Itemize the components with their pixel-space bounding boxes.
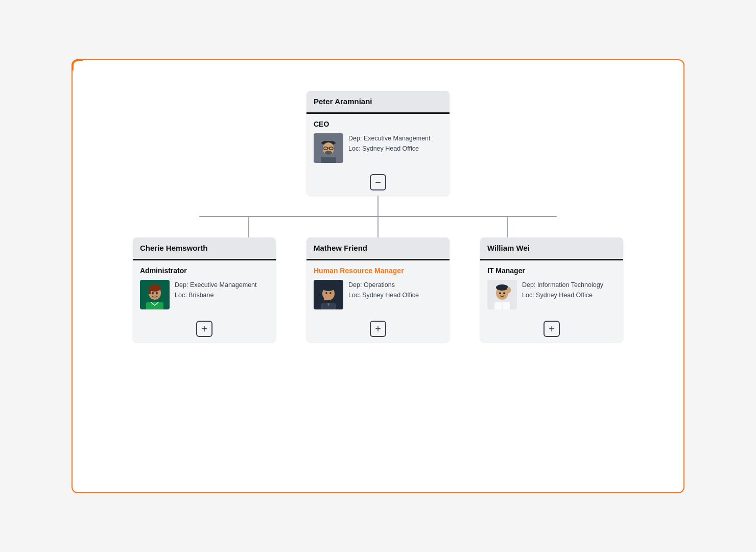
cherie-dep: Dep: Executive Management (175, 280, 257, 290)
william-avatar (487, 280, 517, 309)
mathew-card: Mathew Friend Human Resource Manager (306, 237, 450, 342)
ceo-loc: Loc: Sydney Head Office (348, 143, 431, 154)
svg-point-18 (322, 285, 335, 291)
svg-point-7 (325, 151, 332, 155)
svg-point-13 (152, 292, 154, 294)
child-connectors (199, 217, 557, 237)
org-chart-container: Peter Aramniani CEO (72, 59, 684, 493)
cherie-loc: Loc: Brisbane (175, 290, 257, 300)
mathew-details: Dep: Operations Loc: Sydney Head Office (348, 280, 419, 300)
ceo-card-header: Peter Aramniani (306, 91, 450, 114)
william-details: Dep: Information Technology Loc: Sydney … (522, 280, 603, 300)
ceo-card: Peter Aramniani CEO (306, 91, 450, 196)
ceo-avatar (314, 133, 343, 163)
svg-point-27 (503, 292, 505, 294)
org-tree: Peter Aramniani CEO (113, 91, 643, 342)
ceo-role: CEO (314, 120, 442, 128)
ceo-details: Dep: Executive Management Loc: Sydney He… (348, 133, 431, 154)
william-dep: Dep: Information Technology (522, 280, 603, 290)
mathew-body: Human Resource Manager (306, 260, 450, 316)
cherie-details: Dep: Executive Management Loc: Brisbane (175, 280, 257, 300)
william-name: William Wei (487, 244, 530, 252)
mathew-role: Human Resource Manager (314, 267, 442, 275)
cherie-body: Administrator (133, 260, 276, 316)
cherie-header: Cherie Hemsworth (133, 237, 276, 260)
cherie-avatar (140, 280, 170, 309)
child-connector-right (458, 217, 557, 237)
svg-point-26 (499, 292, 501, 294)
svg-rect-12 (149, 288, 151, 294)
level-0: Peter Aramniani CEO (306, 91, 450, 196)
mathew-info: Dep: Operations Loc: Sydney Head Office (314, 280, 442, 309)
william-body: IT Manager (480, 260, 623, 316)
cherie-footer: + (133, 316, 276, 342)
svg-rect-19 (324, 298, 328, 300)
william-info: Dep: Information Technology Loc: Sydney … (487, 280, 616, 309)
william-footer: + (480, 316, 623, 342)
level-1: Cherie Hemsworth Administrator (133, 237, 623, 342)
cherie-info: Dep: Executive Management Loc: Brisbane (140, 280, 269, 309)
child-connector-center (328, 217, 427, 237)
ceo-info: Dep: Executive Management Loc: Sydney He… (314, 133, 442, 163)
child-connector-left (199, 217, 298, 237)
william-role: IT Manager (487, 267, 616, 275)
cherie-name: Cherie Hemsworth (140, 244, 208, 252)
svg-point-20 (325, 292, 327, 294)
mathew-avatar (314, 280, 343, 309)
ceo-name: Peter Aramniani (314, 97, 372, 106)
ceo-dep: Dep: Executive Management (348, 133, 431, 143)
horizontal-connector (199, 216, 557, 217)
mathew-footer: + (306, 316, 450, 342)
ceo-footer: − (306, 169, 450, 196)
william-loc: Loc: Sydney Head Office (522, 290, 603, 300)
cherie-card: Cherie Hemsworth Administrator (133, 237, 276, 342)
mathew-dep: Dep: Operations (348, 280, 419, 290)
svg-point-25 (496, 284, 508, 291)
svg-rect-8 (321, 157, 336, 163)
cherie-expand-button[interactable]: + (196, 321, 212, 337)
svg-point-28 (507, 287, 511, 293)
svg-point-21 (329, 292, 332, 294)
mathew-expand-button[interactable]: + (370, 321, 386, 337)
cherie-role: Administrator (140, 267, 269, 275)
mathew-loc: Loc: Sydney Head Office (348, 290, 419, 300)
ceo-connector-down (377, 196, 379, 216)
mathew-name: Mathew Friend (314, 244, 367, 252)
william-card: William Wei IT Manager (480, 237, 623, 342)
mathew-header: Mathew Friend (306, 237, 450, 260)
william-header: William Wei (480, 237, 623, 260)
svg-rect-15 (146, 302, 163, 309)
ceo-card-body: CEO (306, 114, 450, 169)
ceo-collapse-button[interactable]: − (370, 174, 386, 190)
svg-point-14 (156, 292, 158, 294)
william-expand-button[interactable]: + (544, 321, 560, 337)
